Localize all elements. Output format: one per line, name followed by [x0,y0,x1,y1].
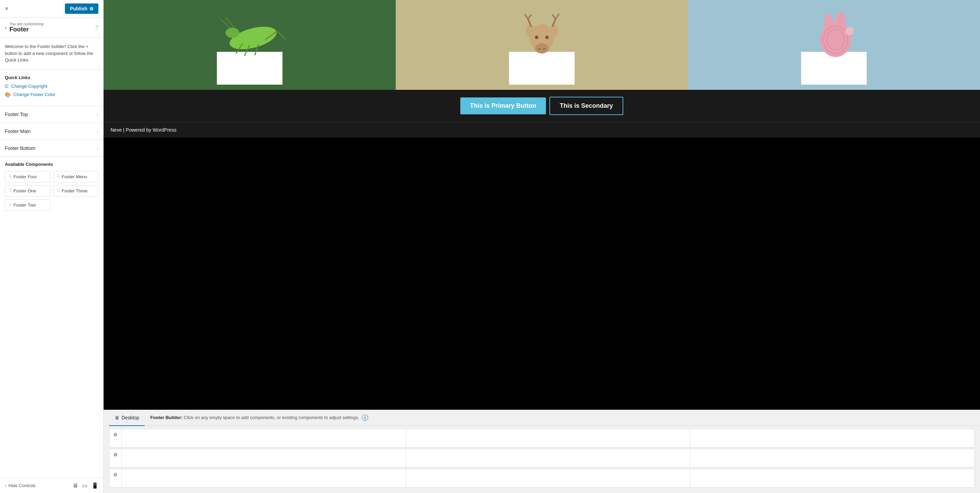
builder-area: 🖥 Desktop Footer Builder: Click on any e… [103,410,980,493]
builder-row-1: ⚙ [109,429,974,447]
copyright-icon: © [5,84,8,89]
buttons-section: This is Primary Button This is Secondary [103,90,980,122]
row-1-cell-2[interactable] [406,429,690,447]
svg-point-13 [525,25,534,37]
svg-line-16 [525,14,528,19]
bottom-icons: 🖥 ▭ 📱 [73,482,99,489]
builder-rows: ⚙ ⚙ ⚙ [103,426,980,493]
svg-line-4 [226,17,234,28]
footer-one-label: Footer One [13,188,36,193]
builder-info-label: Footer Builder: [150,415,182,420]
svg-rect-0 [217,52,282,85]
help-icon[interactable]: ? [95,24,99,31]
chevron-right-icon: › [97,112,99,117]
svg-line-19 [555,14,559,19]
desktop-tab-label: Desktop [122,415,139,420]
desktop-tab[interactable]: 🖥 Desktop [109,410,145,426]
row-3-settings-button[interactable]: ⚙ [110,469,122,487]
footer-top-section[interactable]: Footer Top › [0,106,103,123]
info-icon[interactable]: ℹ [362,415,368,421]
welcome-text: Welcome to the Footer builder! Click the… [0,38,103,69]
row-2-settings-button[interactable]: ⚙ [110,449,122,467]
breadcrumb-title: Footer [10,26,92,33]
svg-point-14 [550,25,558,37]
row-1-cell-3[interactable] [690,429,974,447]
drag-icon: ⠿ [9,188,11,193]
footer-two-chip[interactable]: ⠿ Footer Two [5,199,51,211]
drag-icon: ⠿ [57,188,60,193]
change-footer-color-label: Change Footer Color [13,92,55,97]
chevron-right-icon: › [97,145,99,151]
footer-menu-label: Footer Menu [62,174,88,179]
builder-row-3: ⚙ [109,469,974,487]
gear-icon: ⚙ [89,6,94,11]
svg-line-3 [220,19,231,28]
image-grid [103,0,980,90]
available-components-title: Available Components [5,162,99,167]
preview-area[interactable]: This is Primary Button This is Secondary… [103,0,980,410]
desktop-tab-icon: 🖥 [115,415,119,420]
row-3-cell-3[interactable] [690,469,974,487]
row-3-cell-1[interactable] [122,469,406,487]
row-1-settings-button[interactable]: ⚙ [110,429,122,447]
svg-point-21 [535,35,538,39]
drag-icon: ⠿ [9,174,11,179]
footer-credits: Neve | Powered by WordPress [103,122,980,137]
footer-three-label: Footer Three [62,188,88,193]
svg-point-31 [845,27,854,35]
footer-four-label: Footer Four [13,174,37,179]
footer-bottom-section[interactable]: Footer Bottom › [0,140,103,157]
bottom-bar: ‹ Hide Controls 🖥 ▭ 📱 [0,478,103,493]
svg-line-9 [277,31,286,40]
breadcrumb-sub: You are customizing [10,22,92,26]
desktop-view-button[interactable]: 🖥 [73,482,78,489]
builder-info-text: Click on any empty space to add componen… [184,415,359,420]
breadcrumb-text: You are customizing Footer [10,22,92,33]
drag-icon: ⠿ [9,203,11,207]
close-button[interactable]: × [5,5,9,13]
footer-menu-chip[interactable]: ⠿ Footer Menu [53,171,99,182]
hide-controls-button[interactable]: ‹ Hide Controls [5,483,35,488]
footer-four-chip[interactable]: ⠿ Footer Four [5,171,51,182]
change-copyright-link[interactable]: © Change Copyright [5,84,99,89]
row-3-cell-2[interactable] [406,469,690,487]
builder-info: Footer Builder: Click on any empty space… [145,410,974,426]
svg-point-27 [824,14,834,35]
svg-point-24 [543,48,546,50]
footer-one-chip[interactable]: ⠿ Footer One [5,185,51,196]
secondary-button[interactable]: This is Secondary [549,97,623,115]
svg-line-17 [528,14,531,19]
svg-rect-10 [509,52,574,85]
back-button[interactable]: ‹ [5,24,6,31]
available-components: Available Components ⠿ Footer Four ⠿ Foo… [0,157,103,478]
chevron-left-icon: ‹ [5,483,6,488]
row-2-cell-2[interactable] [406,449,690,467]
svg-point-23 [538,48,541,50]
svg-line-20 [552,14,555,19]
quick-links: Quick Links © Change Copyright 🎨 Change … [0,69,103,106]
hide-controls-label: Hide Controls [8,483,35,488]
image-cell-1 [103,0,396,90]
image-cell-3 [688,0,980,90]
breadcrumb-area: ‹ You are customizing Footer ? [0,18,103,38]
chevron-right-icon: › [97,129,99,134]
primary-button[interactable]: This is Primary Button [460,97,546,114]
right-panel: This is Primary Button This is Secondary… [103,0,980,493]
row-1-cell-1[interactable] [122,429,406,447]
desktop-icon: 🖥 [73,483,78,488]
svg-point-2 [226,28,239,38]
top-bar: × Publish ⚙ [0,0,103,18]
row-2-cell-3[interactable] [690,449,974,467]
footer-three-chip[interactable]: ⠿ Footer Three [53,185,99,196]
publish-button[interactable]: Publish ⚙ [65,3,99,14]
svg-point-22 [545,35,549,39]
mobile-icon: 📱 [92,483,99,488]
paint-icon: 🎨 [5,92,11,97]
mobile-view-button[interactable]: 📱 [92,482,99,489]
footer-main-section[interactable]: Footer Main › [0,123,103,140]
builder-header: 🖥 Desktop Footer Builder: Click on any e… [103,410,980,426]
row-2-cell-1[interactable] [122,449,406,467]
tablet-view-button[interactable]: ▭ [82,482,88,489]
image-cell-2 [396,0,688,90]
change-footer-color-link[interactable]: 🎨 Change Footer Color [5,92,99,97]
